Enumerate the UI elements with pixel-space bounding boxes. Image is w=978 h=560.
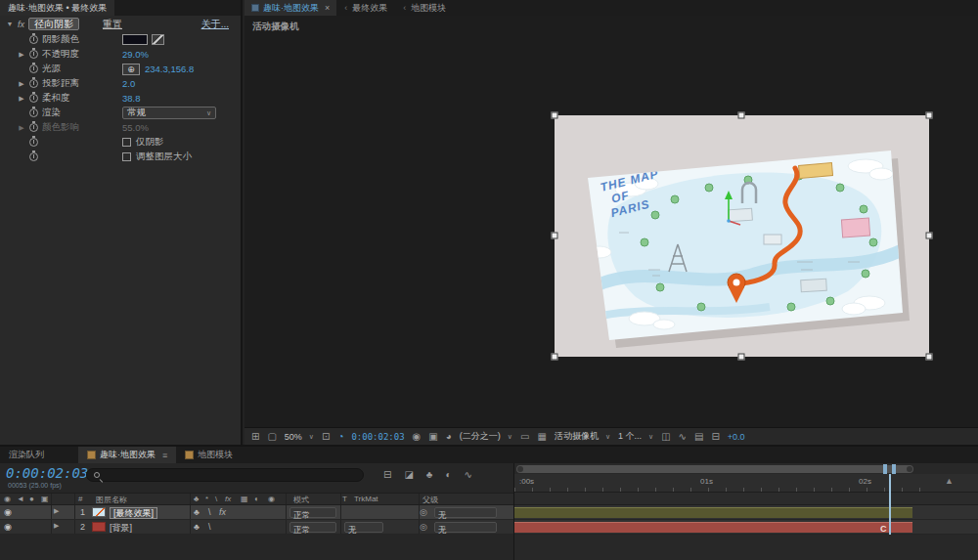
- show-snapshot-icon[interactable]: ▣: [428, 432, 437, 442]
- snapshot-icon[interactable]: ◉: [413, 432, 422, 442]
- pickwhip-icon[interactable]: ◎: [420, 522, 427, 532]
- layer-row-2[interactable]: ◉ ▶ 2 [背景] ♣ \ 正常 ∨ 无 ∨ ◎ 无 ∨: [0, 520, 513, 535]
- timeline-button-icon[interactable]: ▤: [694, 432, 703, 442]
- tab-comp-active[interactable]: 趣味·地图效果 ≡: [78, 447, 176, 463]
- eyedropper-icon[interactable]: [152, 34, 164, 45]
- channels-icon[interactable]: ◕: [446, 432, 452, 442]
- selection-handle[interactable]: [552, 112, 558, 119]
- time-ruler[interactable]: :00s 01s 02s: [514, 474, 978, 493]
- blend-mode-dropdown[interactable]: 正常 ∨: [289, 507, 336, 518]
- view-layout-select[interactable]: 1 个... ∨: [618, 430, 653, 443]
- effect-name[interactable]: 径向阴影: [28, 18, 79, 30]
- prop-value[interactable]: 234.3,156.8: [145, 64, 194, 74]
- prop-value[interactable]: 29.0%: [122, 49, 149, 60]
- fx-switch[interactable]: fx: [219, 507, 226, 517]
- selection-handle[interactable]: [552, 354, 558, 361]
- stopwatch-icon[interactable]: [29, 152, 38, 161]
- mask-visibility-icon[interactable]: ▢: [267, 432, 276, 442]
- prop-value[interactable]: 2.0: [122, 78, 135, 89]
- point-picker-icon[interactable]: ⊕: [122, 64, 140, 75]
- pickwhip-icon[interactable]: ◎: [420, 507, 427, 517]
- resolution-select[interactable]: (二分之一) ∨: [460, 430, 512, 443]
- selection-handle[interactable]: [738, 112, 745, 119]
- twirl-icon[interactable]: ▶: [16, 80, 27, 88]
- eye-icon[interactable]: ◉: [4, 507, 12, 517]
- viewer-tab-map-module[interactable]: ‹ 地图模块: [395, 0, 454, 16]
- tab-render-queue[interactable]: 渲染队列: [0, 447, 53, 463]
- audio-column-icon[interactable]: ◄: [17, 495, 24, 503]
- close-icon[interactable]: ×: [325, 3, 330, 13]
- mode-column-header[interactable]: 模式: [293, 495, 309, 505]
- layer-name-column-header[interactable]: 图层名称: [96, 495, 127, 505]
- prop-value[interactable]: 38.8: [122, 93, 141, 104]
- layer-duration-bar[interactable]: C: [514, 522, 912, 533]
- viewer-tab-active[interactable]: 趣味·地图效果 ×: [244, 0, 336, 16]
- selection-handle[interactable]: [738, 354, 745, 361]
- twirl-icon[interactable]: ▶: [16, 95, 27, 103]
- composition-frame[interactable]: THE MAP OF PARIS: [555, 115, 929, 357]
- flowchart-icon[interactable]: ⊟: [711, 432, 719, 442]
- preview-timecode[interactable]: 0:00:02:03: [351, 432, 404, 442]
- stopwatch-icon[interactable]: [29, 123, 38, 132]
- stopwatch-icon[interactable]: [29, 108, 38, 117]
- timegraph-icon[interactable]: ▲: [945, 476, 954, 486]
- current-time-icon[interactable]: ◔: [337, 432, 343, 442]
- parent-dropdown[interactable]: 无 ∨: [434, 507, 497, 518]
- twirl-icon[interactable]: ▶: [54, 507, 59, 515]
- draft-3d-icon[interactable]: ◪: [404, 469, 413, 480]
- graph-editor-icon[interactable]: ∿: [464, 469, 471, 480]
- reset-link[interactable]: 重置: [103, 18, 122, 31]
- selection-handle[interactable]: [926, 233, 933, 239]
- selection-handle[interactable]: [926, 354, 933, 361]
- layer-name[interactable]: [背景]: [110, 522, 132, 535]
- layer-row-1[interactable]: ◉ ▶ 1 [最终效果] ♣ \ fx 正常 ∨ ◎ 无 ∨: [0, 505, 513, 520]
- grid-options-icon[interactable]: ⊞: [251, 432, 259, 442]
- stopwatch-icon[interactable]: [29, 65, 38, 73]
- fx-badge-icon[interactable]: fx: [18, 20, 24, 29]
- selection-handle[interactable]: [926, 112, 933, 119]
- exposure-control[interactable]: +0.0: [728, 432, 745, 442]
- solo-column-icon[interactable]: ●: [29, 495, 34, 503]
- stopwatch-icon[interactable]: [29, 50, 38, 59]
- resize-layer-checkbox[interactable]: [122, 152, 131, 161]
- region-of-interest-icon[interactable]: ▭: [520, 432, 529, 442]
- composition-canvas[interactable]: 活动摄像机: [244, 16, 978, 427]
- time-navigator-bar[interactable]: [516, 465, 913, 473]
- layer-name[interactable]: [最终效果]: [110, 507, 157, 519]
- menu-icon[interactable]: ≡: [162, 451, 167, 460]
- effect-controls-tab[interactable]: 趣味·地图效果 • 最终效果: [0, 0, 114, 16]
- layer-color-label[interactable]: [92, 522, 106, 532]
- roi-icon[interactable]: ⊡: [322, 432, 330, 442]
- trkmat-column-header[interactable]: TrkMat: [354, 495, 378, 503]
- stopwatch-icon[interactable]: [29, 35, 38, 44]
- pixel-aspect-icon[interactable]: ◫: [661, 432, 670, 442]
- lock-column-icon[interactable]: ▣: [41, 495, 49, 503]
- current-timecode[interactable]: 0:00:02:03: [6, 465, 88, 481]
- tab-map-module[interactable]: 地图模块: [176, 447, 242, 463]
- layer-marker[interactable]: C: [880, 524, 887, 534]
- blend-mode-dropdown[interactable]: 正常 ∨: [289, 522, 336, 533]
- eye-icon[interactable]: ◉: [4, 522, 12, 532]
- quality-switch[interactable]: ♣: [194, 507, 200, 517]
- quality-switch[interactable]: ♣: [194, 522, 200, 532]
- playhead-grip[interactable]: [883, 464, 896, 474]
- selection-handle[interactable]: [552, 233, 558, 239]
- transparency-grid-icon[interactable]: ▦: [537, 432, 546, 442]
- viewer-tab-final[interactable]: ‹ 最终效果: [336, 0, 395, 16]
- shadow-only-checkbox[interactable]: [122, 138, 131, 147]
- playhead-line[interactable]: [889, 474, 891, 535]
- twirl-icon[interactable]: ▶: [16, 124, 27, 132]
- quality-slash-icon[interactable]: \: [208, 522, 211, 532]
- stopwatch-icon[interactable]: [29, 79, 38, 88]
- twirl-icon[interactable]: ▶: [54, 522, 59, 530]
- timeline-track-area[interactable]: :00s 01s 02s ▲ C: [513, 463, 978, 560]
- hide-shy-icon[interactable]: ♣: [426, 469, 433, 480]
- stopwatch-icon[interactable]: [29, 138, 38, 147]
- stopwatch-icon[interactable]: [29, 94, 38, 103]
- composition-mini-flowchart-icon[interactable]: ⊟: [383, 469, 391, 480]
- about-link[interactable]: 关于...: [201, 18, 229, 31]
- parent-column-header[interactable]: 父级: [422, 495, 438, 505]
- magnification-select[interactable]: 50% ∨: [285, 432, 314, 442]
- layer-track-2[interactable]: C: [514, 520, 978, 535]
- layer-track-1[interactable]: [514, 505, 978, 520]
